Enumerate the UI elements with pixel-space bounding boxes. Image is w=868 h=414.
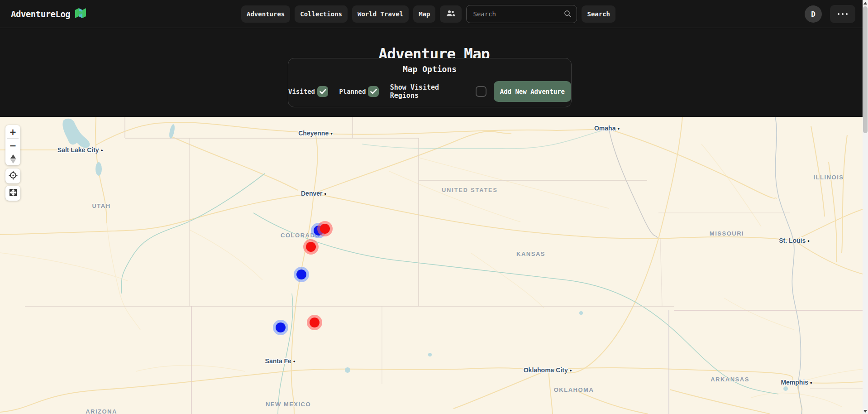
show-visited-regions-checkbox[interactable] [476,86,486,97]
state-label: KANSAS [516,250,545,257]
logo-map-icon [75,7,86,21]
geolocate-button[interactable] [5,168,20,183]
search-button[interactable]: Search [582,5,615,23]
city-label: Santa Fe• [265,357,296,365]
scrollbar-up-arrow[interactable] [863,0,868,6]
zoom-out-button[interactable]: − [5,139,20,152]
geolocate-icon [9,171,18,181]
show-regions-toggle-group: Show Visited Regions [390,83,486,100]
map-options-title: Map Options [288,64,571,74]
nav-adventures-button[interactable]: Adventures [241,5,290,23]
add-new-adventure-button[interactable]: Add New Adventure [494,81,571,102]
map-options-card: Map Options Visited Planned Show Visited… [288,58,572,107]
plus-icon: + [10,127,17,137]
scrollbar-thumb[interactable] [863,6,868,133]
header-right: D [805,0,855,28]
nav-collections-button[interactable]: Collections [295,5,348,23]
city-label: Salt Lake City• [57,146,103,154]
blue-adventure-marker[interactable] [294,267,309,282]
city-label: Denver• [301,190,326,197]
show-visited-regions-label: Show Visited Regions [390,83,470,100]
top-navbar: AdventureLog Adventures Collections Worl… [0,0,868,28]
map-options-row: Visited Planned Show Visited Regions Add… [288,81,571,102]
avatar[interactable]: D [805,5,822,23]
state-label: OKLAHOMA [554,386,594,393]
checkmark-icon [320,89,326,94]
city-label: Memphis• [781,379,812,386]
page-scrollbar[interactable] [863,0,868,414]
planned-checkbox[interactable] [368,86,379,97]
state-label: UTAH [92,202,110,209]
red-adventure-marker[interactable] [307,315,322,330]
logo[interactable]: AdventureLog [11,0,86,28]
city-label: St. Louis• [779,237,810,244]
compass-icon [10,154,16,164]
users-button[interactable] [440,5,462,23]
search-field-wrap [466,5,577,23]
zoom-in-button[interactable]: + [5,125,20,138]
scrollbar-down-arrow[interactable] [863,408,868,414]
state-label: ILLINOIS [814,174,844,181]
state-label: NEW MEXICO [266,401,311,408]
country-label: UNITED STATES [442,187,497,193]
visited-label: Visited [288,88,315,95]
people-icon [446,10,455,19]
fullscreen-button[interactable] [5,186,20,201]
map-canvas[interactable]: Salt Lake City•Cheyenne•Denver•Omaha•St.… [0,117,868,414]
nav-map-button[interactable]: Map [413,5,435,23]
search-icon [564,10,572,19]
blue-adventure-marker[interactable] [273,320,288,335]
visited-toggle-group: Visited [288,86,328,97]
search-input[interactable] [466,5,577,23]
red-adventure-marker[interactable] [317,221,333,236]
minus-icon: − [10,140,17,150]
fullscreen-icon [9,188,18,198]
planned-label: Planned [339,88,366,95]
map-artwork [0,117,868,414]
state-label: MISSOURI [710,230,744,237]
map-zoom-control: + − [5,125,20,165]
compass-button[interactable] [5,152,20,165]
logo-text: AdventureLog [11,9,70,19]
visited-checkbox[interactable] [317,86,328,97]
ellipsis-icon [838,13,848,15]
nav-world-travel-button[interactable]: World Travel [352,5,409,23]
city-label: Omaha• [594,125,620,132]
main-nav: Adventures Collections World Travel Map … [241,0,615,28]
city-label: Cheyenne• [298,130,332,137]
state-label: ARKANSAS [711,376,749,383]
planned-toggle-group: Planned [339,86,379,97]
state-label: ARIZONA [86,408,117,414]
overflow-menu-button[interactable] [830,5,855,23]
red-adventure-marker[interactable] [303,239,319,255]
checkmark-icon [370,89,377,94]
city-label: Oklahoma City• [524,366,572,374]
